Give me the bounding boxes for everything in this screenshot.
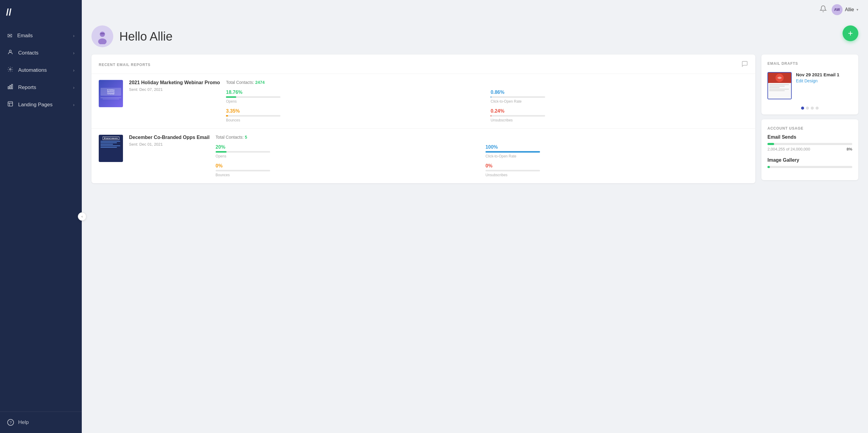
stat-bar bbox=[486, 151, 540, 153]
draft-thumbnail bbox=[768, 72, 792, 99]
stat-value: 0% bbox=[216, 163, 478, 169]
dot-1[interactable] bbox=[801, 106, 804, 110]
usage-label: Email Sends bbox=[768, 134, 852, 140]
plus-icon: + bbox=[848, 28, 853, 38]
sidebar-item-landing-pages[interactable]: Landing Pages › bbox=[0, 96, 82, 113]
account-usage-card: ACCOUNT USAGE Email Sends 2,004,255 of 2… bbox=[762, 119, 858, 180]
stat-label: Unsubscribes bbox=[491, 118, 748, 122]
report-info: 2021 Holiday Marketing Webinar Promo Sen… bbox=[129, 80, 220, 92]
stat-value: 0.86% bbox=[491, 90, 748, 95]
report-title: December Co-Branded Opps Email bbox=[129, 135, 210, 140]
draft-info: Nov 29 2021 Email 1 Edit Design bbox=[796, 72, 852, 83]
stat-bar bbox=[216, 151, 226, 153]
usage-section-title: ACCOUNT USAGE bbox=[768, 126, 804, 130]
sidebar-footer: ? Help bbox=[0, 411, 82, 433]
sidebar-label-emails: Emails bbox=[17, 33, 33, 39]
report-stats: Total Contacts: 2474 18.76% Opens 0.86% bbox=[226, 80, 748, 122]
help-item[interactable]: ? Help bbox=[7, 419, 74, 426]
stat-bar-bg bbox=[486, 170, 540, 172]
chevron-icon: › bbox=[73, 102, 74, 107]
svg-rect-3 bbox=[10, 85, 10, 89]
report-sent: Sent: Dec 01, 2021 bbox=[129, 142, 210, 147]
stat-bounces: 0% Bounces bbox=[216, 163, 478, 177]
reports-icon bbox=[7, 84, 13, 91]
stat-bar bbox=[491, 96, 491, 98]
main-content: AW Allie ▾ Hello Allie + bbox=[82, 0, 868, 433]
stat-value: 0% bbox=[486, 163, 748, 169]
welcome-avatar bbox=[91, 25, 113, 47]
svg-rect-2 bbox=[8, 87, 9, 89]
stat-click-to-open: 100% Click-to-Open Rate bbox=[486, 145, 748, 158]
stat-label: Opens bbox=[216, 154, 478, 158]
report-thumbnail: Hi Holiday Marketing Campaign bbox=[99, 80, 123, 107]
chevron-icon: › bbox=[73, 51, 74, 55]
welcome-section: Hello Allie bbox=[91, 25, 858, 47]
usage-email-sends: Email Sends 2,004,255 of 24,000,000 8% bbox=[768, 134, 852, 151]
stat-bar-bg bbox=[491, 96, 545, 98]
sidebar-item-automations[interactable]: Automations › bbox=[0, 61, 82, 79]
draft-edit-button[interactable]: Edit Design bbox=[796, 79, 852, 83]
contacts-icon bbox=[7, 49, 13, 57]
help-icon: ? bbox=[7, 419, 14, 426]
stat-opens: 18.76% Opens bbox=[226, 90, 484, 103]
stat-label: Click-to-Open Rate bbox=[486, 154, 748, 158]
logo-icon: // bbox=[6, 7, 11, 17]
sidebar-item-contacts[interactable]: Contacts › bbox=[0, 44, 82, 61]
sidebar-nav: ✉ Emails › Contacts › Automations › bbox=[0, 24, 82, 411]
report-title: 2021 Holiday Marketing Webinar Promo bbox=[129, 80, 220, 85]
email-icon: ✉ bbox=[7, 32, 12, 39]
thumb-lines bbox=[100, 141, 121, 148]
usage-bar bbox=[768, 143, 774, 145]
usage-bar bbox=[768, 166, 770, 168]
stat-bounces: 3.35% Bounces bbox=[226, 109, 484, 122]
report-sent: Sent: Dec 07, 2021 bbox=[129, 87, 220, 92]
stat-value: 20% bbox=[216, 145, 478, 150]
stat-value: 3.35% bbox=[226, 109, 484, 114]
stat-bar bbox=[226, 96, 236, 98]
carousel-dots bbox=[762, 104, 858, 115]
svg-point-1 bbox=[10, 69, 11, 70]
draft-thumb-bottom bbox=[768, 83, 791, 99]
email-drafts-card: EMAIL DRAFTS bbox=[762, 55, 858, 115]
user-menu[interactable]: AW Allie ▾ bbox=[832, 4, 858, 15]
sidebar-label-landing-pages: Landing Pages bbox=[18, 102, 52, 108]
drafts-section-title: EMAIL DRAFTS bbox=[768, 61, 798, 66]
sidebar-label-automations: Automations bbox=[18, 67, 47, 73]
user-dropdown-icon: ▾ bbox=[857, 7, 858, 12]
dot-3[interactable] bbox=[811, 106, 814, 110]
stat-unsubscribes: 0% Unsubscribes bbox=[486, 163, 748, 177]
sidebar-item-emails[interactable]: ✉ Emails › bbox=[0, 27, 82, 44]
svg-rect-5 bbox=[8, 102, 13, 106]
reports-section-title: RECENT EMAIL REPORTS bbox=[99, 63, 151, 67]
stat-bar-bg bbox=[491, 115, 545, 117]
stat-label: Unsubscribes bbox=[486, 173, 748, 177]
benchmark-logo: ⌘ BENCHMARK bbox=[103, 136, 119, 140]
stat-unsubscribes: 0.24% Unsubscribes bbox=[491, 109, 748, 122]
stat-bar bbox=[226, 115, 228, 117]
recent-reports-card: RECENT EMAIL REPORTS Hi Holiday Marketin… bbox=[91, 55, 755, 183]
sidebar-collapse-button[interactable]: ‹ bbox=[78, 212, 86, 221]
fab-button[interactable]: + bbox=[842, 25, 858, 41]
sidebar-label-reports: Reports bbox=[18, 85, 36, 91]
report-item: ⌘ BENCHMARK Dece bbox=[91, 128, 755, 183]
notification-bell-icon[interactable] bbox=[819, 5, 827, 14]
draft-item: Nov 29 2021 Email 1 Edit Design bbox=[762, 70, 858, 104]
usage-label: Image Gallery bbox=[768, 157, 852, 163]
help-label: Help bbox=[18, 420, 29, 426]
dot-4[interactable] bbox=[816, 106, 818, 110]
chevron-icon: › bbox=[73, 68, 74, 73]
svg-point-0 bbox=[9, 50, 11, 52]
usage-image-gallery: Image Gallery bbox=[768, 157, 852, 168]
reports-card-header: RECENT EMAIL REPORTS bbox=[91, 55, 755, 73]
dot-2[interactable] bbox=[806, 106, 809, 110]
usage-percent: 8% bbox=[846, 147, 852, 151]
stat-label: Bounces bbox=[216, 173, 478, 177]
draft-thumb-top bbox=[768, 73, 791, 83]
usage-content: Email Sends 2,004,255 of 24,000,000 8% I… bbox=[762, 134, 858, 180]
page-content: Hello Allie + RECENT EMAIL REPORTS bbox=[82, 20, 868, 433]
stat-bar-bg bbox=[216, 151, 270, 153]
chevron-icon: › bbox=[73, 33, 74, 38]
sidebar-item-reports[interactable]: Reports › bbox=[0, 79, 82, 96]
chat-icon[interactable] bbox=[741, 61, 748, 69]
report-stats: Total Contacts: 5 20% Opens 100% bbox=[216, 135, 748, 177]
